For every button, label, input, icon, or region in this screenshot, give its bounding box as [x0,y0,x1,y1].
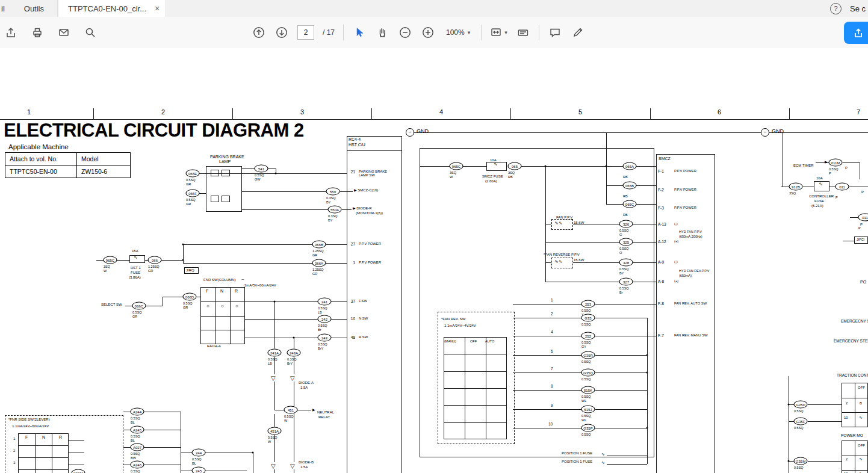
page-display-icon[interactable] [516,22,530,43]
connector-circle: G35F [794,418,808,425]
connector-circle: 327 [619,278,633,286]
wire [274,469,275,473]
smcz-pin-label: FAN REV. MANU SW [674,333,708,337]
grid-line [842,456,868,456]
hand-tool-icon[interactable] [375,22,389,43]
wire [0,119,868,120]
ruler-number: 2 [161,108,165,116]
draw-icon[interactable] [571,22,585,43]
export-icon[interactable] [4,22,18,43]
connector-circle: A245 [131,426,144,434]
wire [205,471,247,471]
search-icon[interactable] [83,22,98,43]
diagram-label: (3.86A) [129,276,141,280]
diagram-label: 7 [551,366,553,371]
wire [803,187,814,187]
next-page-icon[interactable] [274,22,289,43]
connector-circle: A027A [72,469,85,473]
share-button[interactable] [844,22,868,44]
tab-document-label: TTPTCA0-EN-00_cir... [68,4,146,13]
diagram-label: (650mA,200Hz) [679,235,702,238]
tab-outils[interactable]: Outils [11,0,58,17]
wire-color-label: BL [131,421,135,424]
wire [123,447,131,448]
page-canvas[interactable]: ELECTRICAL CIRCUIT DIAGRAM 2 Applicable … [0,48,868,473]
wire [781,187,789,187]
wire-gauge-label: 1.25SQ [312,249,324,253]
comment-icon[interactable] [548,22,562,43]
tab-document[interactable]: TTPTCA0-EN-00_cir... × [58,0,166,17]
ground-symbol: − [761,128,769,137]
diagram-label: ∿ [601,460,605,465]
wire-gauge-label: 0.3SQ [326,196,336,200]
grid-line [18,445,69,446]
wire [294,469,294,473]
wire [326,244,347,245]
grid-line [444,354,507,354]
connector-circle: A027 [131,444,144,451]
diagram-box [211,196,219,202]
zoom-level-select[interactable]: 100% ▾ [444,28,473,37]
wire [242,168,255,169]
fit-width-icon[interactable]: ▾ [490,22,507,43]
connector-circle: 328 [619,259,633,267]
wire [123,430,131,430]
wire-gauge-label: 3SQ [508,171,515,175]
wire-gauge-label: 0.5SQ [794,466,804,469]
wire-color-label: LB [318,311,322,314]
connector-circle: 451A [268,427,282,435]
diagram-label: OFF [858,386,865,390]
wire [789,108,790,119]
wire [274,382,275,410]
diagram-label: N [220,289,223,294]
smcz-pin-number: A-9 [658,260,670,264]
wire [843,241,854,241]
page-count-label: / 17 [323,28,335,37]
sign-in-label[interactable]: Se c [850,4,866,13]
wire [297,410,311,410]
diagram-label: B [860,401,862,406]
zoom-in-icon[interactable] [421,22,435,43]
diagram-label: *FAN REV. SW [441,317,465,321]
wire [123,412,131,412]
wire [294,382,294,462]
tab-bar-right: ? Se c [830,0,868,17]
previous-page-icon[interactable] [252,22,266,43]
applicable-machine-table: Attach to vol. No. Model TTPTC50-EN-00 Z… [5,152,131,178]
wire-gauge-label: 0.5SQ [581,433,591,436]
diagram-label: EACH-A [207,344,221,348]
diagram-label: 1.1mA/24V~60mA/24V [12,424,49,428]
wire [331,319,347,320]
wire-color-label: GW [255,178,260,181]
diagram-label: 9 [551,403,553,407]
diagram-label: ○ [221,304,224,309]
wire-color-label: BrY [318,347,323,350]
diagram-label: ~ [241,277,244,283]
wire [607,464,647,465]
email-icon[interactable] [57,22,71,43]
diagram-label: FUSE [814,199,824,203]
ruler-number: 5 [578,108,582,116]
connector-circle: 011 [835,183,849,191]
partial-tab-label[interactable]: il [0,4,11,13]
grid-line [444,371,507,372]
smcz-pin-label: P.P.V POWER [674,169,696,173]
wire [510,108,511,119]
zoom-out-icon[interactable] [398,22,412,43]
wire [205,453,253,453]
select-tool-icon[interactable] [352,22,367,43]
smcz-pin-label: (-) [674,222,678,226]
close-tab-icon[interactable]: × [155,4,160,13]
wire-color-label: GY [581,345,586,348]
tab-bar: il Outils TTPTCA0-EN-00_cir... × ? Se c [0,0,868,17]
wire [245,301,318,302]
junction-dot [545,165,547,167]
wire [843,162,860,163]
diagram-label: HYD FAN REV.P.P.V [679,269,709,273]
print-icon[interactable] [30,22,45,43]
wire-color-label: P [835,196,838,199]
diagram-label: 2 [13,449,15,453]
help-icon[interactable]: ? [830,3,842,14]
page-number-input[interactable] [297,25,314,40]
diagram-label: SMCZ FUSE [482,175,503,179]
